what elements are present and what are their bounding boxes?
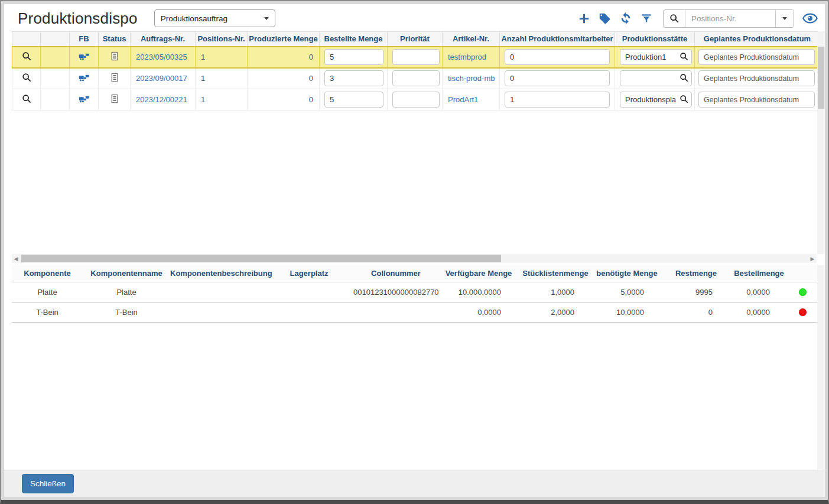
positions-nr-cell: 1	[196, 47, 248, 68]
komponentenname-cell: Platte	[83, 282, 170, 302]
blank-cell	[41, 47, 70, 68]
prioritaet-cell	[388, 89, 443, 110]
orders-grid: FB Status Auftrags-Nr. Positions-Nr. Pro…	[4, 31, 825, 254]
scroll-left-arrow-icon[interactable]: ◀	[12, 254, 20, 263]
vertical-scrollbar-thumb[interactable]	[818, 47, 824, 109]
horizontal-scrollbar-thumb[interactable]	[21, 255, 501, 262]
availability-status-dot	[788, 282, 817, 302]
orders-table: FB Status Auftrags-Nr. Positions-Nr. Pro…	[12, 31, 820, 110]
app-window: Produktionsdispo Produktionsauftrag	[0, 0, 829, 504]
lookup-search-icon[interactable]	[680, 52, 688, 63]
produktionsstaette-cell	[615, 89, 695, 110]
komponentenbeschreibung-cell	[170, 302, 265, 322]
bestellte-menge-cell	[320, 47, 388, 68]
bestellmenge-cell: 0,0000	[730, 302, 788, 322]
col-komponentenbeschreibung: Komponentenbeschreibung	[170, 265, 265, 282]
components-table: Komponente Komponentenname Komponentenbe…	[12, 265, 817, 323]
auftrags-nr-link[interactable]: 2023/09/00017	[131, 68, 196, 89]
row-search-icon[interactable]	[12, 89, 41, 110]
add-icon[interactable]	[578, 12, 590, 25]
col-benoetigte-menge: benötigte Menge	[592, 265, 662, 282]
verfuegbare-menge-cell: 10.000,0000	[438, 282, 519, 302]
anzahl-mitarbeiter-input[interactable]	[505, 92, 610, 108]
anzahl-mitarbeiter-input[interactable]	[505, 70, 610, 86]
artikel-nr-link[interactable]: tisch-prod-mb	[443, 68, 500, 89]
fb-icon[interactable]	[70, 47, 99, 68]
prioritaet-input[interactable]	[392, 49, 440, 65]
order-row-selected[interactable]: 2023/05/00325 1 0 testmbprod	[12, 47, 820, 68]
close-button[interactable]: Schließen	[22, 474, 74, 493]
positions-nr-cell: 1	[196, 68, 248, 89]
collonummer-cell	[353, 302, 438, 322]
produzierte-menge-cell: 0	[248, 47, 320, 68]
col-verfuegbare-menge: Verfügbare Menge	[438, 265, 519, 282]
components-grid: Komponente Komponentenname Komponentenbe…	[4, 265, 825, 473]
geplantes-datum-input[interactable]	[698, 70, 815, 86]
col-lagerplatz: Lagerplatz	[265, 265, 353, 282]
col-restmenge: Restmenge	[662, 265, 730, 282]
artikel-nr-link[interactable]: ProdArt1	[443, 89, 500, 110]
prioritaet-input[interactable]	[392, 70, 440, 86]
order-row[interactable]: 2023/12/00221 1 0 ProdArt1	[12, 89, 820, 110]
tag-icon[interactable]	[599, 12, 611, 25]
bestellte-menge-input[interactable]	[324, 70, 383, 86]
col-auftrags-nr: Auftrags-Nr.	[131, 32, 196, 47]
bestellte-menge-input[interactable]	[324, 92, 383, 108]
blank-cell	[41, 68, 70, 89]
col-positions-nr: Positions-Nr.	[196, 32, 248, 47]
bestellte-menge-cell	[320, 68, 388, 89]
vertical-scrollbar[interactable]	[817, 31, 825, 254]
prioritaet-input[interactable]	[392, 92, 440, 108]
row-search-icon[interactable]	[12, 47, 41, 68]
col-komponente: Komponente	[12, 265, 83, 282]
geplantes-datum-cell	[695, 68, 820, 89]
eye-icon[interactable]	[802, 13, 818, 24]
geplantes-datum-input[interactable]	[698, 92, 815, 108]
availability-status-dot	[788, 302, 817, 322]
status-icon[interactable]	[99, 89, 131, 110]
order-type-select[interactable]: Produktionsauftrag	[154, 9, 275, 27]
produktionsstaette-cell	[615, 47, 695, 68]
order-row[interactable]: 2023/09/00017 1 0 tisch-prod-mb	[12, 68, 820, 89]
status-icon[interactable]	[99, 68, 131, 89]
anzahl-mitarbeiter-cell	[500, 47, 615, 68]
component-row[interactable]: T-Bein T-Bein 0,0000 2,0000 10,0000 0 0,…	[12, 302, 817, 322]
component-row[interactable]: Platte Platte 00101231000000082770 10.00…	[12, 282, 817, 302]
vertical-scrollbar[interactable]	[817, 265, 825, 473]
horizontal-scrollbar[interactable]: ◀ ▶	[12, 254, 817, 263]
orders-header-row: FB Status Auftrags-Nr. Positions-Nr. Pro…	[12, 32, 820, 47]
filter-icon[interactable]	[641, 12, 652, 24]
col-status: Status	[99, 32, 131, 47]
refresh-icon[interactable]	[619, 12, 632, 25]
stuecklistenmenge-cell: 1,0000	[519, 282, 592, 302]
auftrags-nr-link[interactable]: 2023/05/00325	[131, 47, 196, 68]
col-prioritaet: Priorität	[388, 32, 443, 47]
col-geplantes-datum: Geplantes Produktionsdatum	[695, 32, 820, 47]
lookup-search-icon[interactable]	[680, 95, 688, 105]
auftrags-nr-link[interactable]: 2023/12/00221	[131, 89, 196, 110]
benoetigte-menge-cell: 10,0000	[592, 302, 662, 322]
row-search-icon[interactable]	[12, 68, 41, 89]
components-header-row: Komponente Komponentenname Komponentenbe…	[12, 265, 817, 282]
artikel-nr-link[interactable]: testmbprod	[443, 47, 500, 68]
search-icon[interactable]	[664, 10, 685, 27]
col-collonummer: Collonummer	[353, 265, 438, 282]
geplantes-datum-input[interactable]	[698, 49, 815, 65]
search-field-dropdown[interactable]	[775, 10, 794, 27]
lagerplatz-cell	[265, 302, 353, 322]
restmenge-cell: 0	[662, 302, 730, 322]
geplantes-datum-cell	[695, 89, 820, 110]
bestellte-menge-input[interactable]	[324, 49, 383, 65]
chevron-down-icon	[782, 17, 787, 20]
fb-icon[interactable]	[70, 89, 99, 110]
status-icon[interactable]	[99, 47, 131, 68]
col-komponentenname: Komponentenname	[83, 265, 170, 282]
col-row-search	[12, 32, 41, 47]
geplantes-datum-cell	[695, 47, 820, 68]
scroll-right-arrow-icon[interactable]: ▶	[808, 254, 817, 263]
fb-icon[interactable]	[70, 68, 99, 89]
search-input[interactable]	[685, 10, 775, 27]
anzahl-mitarbeiter-input[interactable]	[505, 49, 610, 65]
bestellte-menge-cell	[320, 89, 388, 110]
lookup-search-icon[interactable]	[680, 73, 688, 84]
